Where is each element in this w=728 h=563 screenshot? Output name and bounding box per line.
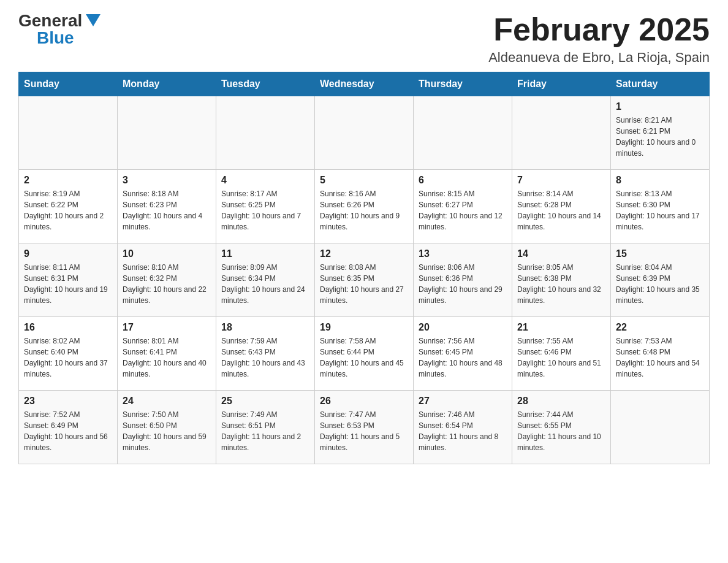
day-number: 6 (419, 175, 507, 186)
calendar-header: SundayMondayTuesdayWednesdayThursdayFrid… (19, 72, 710, 96)
day-number: 20 (419, 322, 507, 333)
weekday-header-monday: Monday (118, 72, 216, 96)
calendar-cell: 25Sunrise: 7:49 AM Sunset: 6:51 PM Dayli… (216, 391, 315, 464)
day-info: Sunrise: 7:49 AM Sunset: 6:51 PM Dayligh… (221, 409, 309, 453)
month-title: February 2025 (488, 12, 710, 47)
day-info: Sunrise: 8:19 AM Sunset: 6:22 PM Dayligh… (24, 188, 112, 232)
day-number: 16 (24, 322, 112, 333)
day-info: Sunrise: 7:53 AM Sunset: 6:48 PM Dayligh… (616, 335, 704, 380)
day-number: 23 (24, 396, 112, 407)
calendar-week-5: 23Sunrise: 7:52 AM Sunset: 6:49 PM Dayli… (19, 391, 710, 464)
weekday-header-saturday: Saturday (611, 72, 710, 96)
calendar-cell (19, 96, 118, 170)
day-info: Sunrise: 7:55 AM Sunset: 6:46 PM Dayligh… (517, 335, 605, 380)
day-number: 17 (123, 322, 211, 333)
day-info: Sunrise: 8:01 AM Sunset: 6:41 PM Dayligh… (123, 335, 211, 380)
day-info: Sunrise: 8:04 AM Sunset: 6:39 PM Dayligh… (616, 262, 704, 306)
day-info: Sunrise: 8:06 AM Sunset: 6:36 PM Dayligh… (419, 262, 507, 306)
calendar-cell (216, 96, 315, 170)
calendar-cell: 5Sunrise: 8:16 AM Sunset: 6:26 PM Daylig… (315, 170, 414, 243)
calendar-cell: 1Sunrise: 8:21 AM Sunset: 6:21 PM Daylig… (611, 96, 710, 170)
day-number: 2 (24, 175, 112, 186)
calendar-cell: 26Sunrise: 7:47 AM Sunset: 6:53 PM Dayli… (315, 391, 414, 464)
day-number: 22 (616, 322, 704, 333)
calendar-cell: 15Sunrise: 8:04 AM Sunset: 6:39 PM Dayli… (611, 243, 710, 317)
day-number: 19 (320, 322, 408, 333)
calendar-cell: 7Sunrise: 8:14 AM Sunset: 6:28 PM Daylig… (512, 170, 611, 243)
day-info: Sunrise: 7:46 AM Sunset: 6:54 PM Dayligh… (419, 409, 507, 453)
day-number: 1 (616, 101, 704, 112)
day-number: 28 (517, 396, 605, 407)
calendar-cell: 20Sunrise: 7:56 AM Sunset: 6:45 PM Dayli… (414, 317, 512, 391)
day-info: Sunrise: 8:11 AM Sunset: 6:31 PM Dayligh… (24, 262, 112, 306)
calendar-week-3: 9Sunrise: 8:11 AM Sunset: 6:31 PM Daylig… (19, 243, 710, 317)
calendar-cell (315, 96, 414, 170)
calendar-cell: 6Sunrise: 8:15 AM Sunset: 6:27 PM Daylig… (414, 170, 512, 243)
day-number: 5 (320, 175, 408, 186)
calendar-cell: 12Sunrise: 8:08 AM Sunset: 6:35 PM Dayli… (315, 243, 414, 317)
logo-triangle-icon (86, 14, 100, 26)
calendar-cell: 3Sunrise: 8:18 AM Sunset: 6:23 PM Daylig… (118, 170, 216, 243)
day-number: 9 (24, 248, 112, 259)
day-info: Sunrise: 8:15 AM Sunset: 6:27 PM Dayligh… (419, 188, 507, 232)
weekday-header-row: SundayMondayTuesdayWednesdayThursdayFrid… (19, 72, 710, 96)
day-info: Sunrise: 7:59 AM Sunset: 6:43 PM Dayligh… (221, 335, 309, 380)
calendar-table: SundayMondayTuesdayWednesdayThursdayFrid… (18, 72, 710, 464)
day-info: Sunrise: 7:44 AM Sunset: 6:55 PM Dayligh… (517, 409, 605, 453)
day-number: 3 (123, 175, 211, 186)
day-number: 10 (123, 248, 211, 259)
day-number: 25 (221, 396, 309, 407)
calendar-cell: 18Sunrise: 7:59 AM Sunset: 6:43 PM Dayli… (216, 317, 315, 391)
calendar-cell (414, 96, 512, 170)
day-number: 15 (616, 248, 704, 259)
weekday-header-sunday: Sunday (19, 72, 118, 96)
day-info: Sunrise: 8:13 AM Sunset: 6:30 PM Dayligh… (616, 188, 704, 232)
day-info: Sunrise: 7:50 AM Sunset: 6:50 PM Dayligh… (123, 409, 211, 453)
calendar-cell (118, 96, 216, 170)
calendar-cell: 11Sunrise: 8:09 AM Sunset: 6:34 PM Dayli… (216, 243, 315, 317)
day-info: Sunrise: 8:16 AM Sunset: 6:26 PM Dayligh… (320, 188, 408, 232)
logo-blue-text: Blue (37, 29, 74, 47)
day-number: 13 (419, 248, 507, 259)
day-number: 7 (517, 175, 605, 186)
calendar-cell: 27Sunrise: 7:46 AM Sunset: 6:54 PM Dayli… (414, 391, 512, 464)
calendar-cell: 23Sunrise: 7:52 AM Sunset: 6:49 PM Dayli… (19, 391, 118, 464)
calendar-body: 1Sunrise: 8:21 AM Sunset: 6:21 PM Daylig… (19, 96, 710, 464)
day-info: Sunrise: 7:52 AM Sunset: 6:49 PM Dayligh… (24, 409, 112, 453)
logo: General Blue (18, 12, 100, 47)
weekday-header-wednesday: Wednesday (315, 72, 414, 96)
calendar-cell: 9Sunrise: 8:11 AM Sunset: 6:31 PM Daylig… (19, 243, 118, 317)
day-info: Sunrise: 7:56 AM Sunset: 6:45 PM Dayligh… (419, 335, 507, 380)
day-number: 12 (320, 248, 408, 259)
page-header: General Blue February 2025 Aldeanueva de… (18, 12, 710, 66)
day-number: 11 (221, 248, 309, 259)
logo-general-text: General (18, 12, 82, 29)
day-info: Sunrise: 7:58 AM Sunset: 6:44 PM Dayligh… (320, 335, 408, 380)
day-info: Sunrise: 8:17 AM Sunset: 6:25 PM Dayligh… (221, 188, 309, 232)
weekday-header-thursday: Thursday (414, 72, 512, 96)
day-info: Sunrise: 8:09 AM Sunset: 6:34 PM Dayligh… (221, 262, 309, 306)
calendar-cell: 16Sunrise: 8:02 AM Sunset: 6:40 PM Dayli… (19, 317, 118, 391)
day-number: 26 (320, 396, 408, 407)
calendar-cell: 22Sunrise: 7:53 AM Sunset: 6:48 PM Dayli… (611, 317, 710, 391)
calendar-week-2: 2Sunrise: 8:19 AM Sunset: 6:22 PM Daylig… (19, 170, 710, 243)
title-section: February 2025 Aldeanueva de Ebro, La Rio… (488, 12, 710, 66)
day-info: Sunrise: 8:10 AM Sunset: 6:32 PM Dayligh… (123, 262, 211, 306)
day-number: 14 (517, 248, 605, 259)
weekday-header-friday: Friday (512, 72, 611, 96)
calendar-cell: 4Sunrise: 8:17 AM Sunset: 6:25 PM Daylig… (216, 170, 315, 243)
calendar-cell: 2Sunrise: 8:19 AM Sunset: 6:22 PM Daylig… (19, 170, 118, 243)
calendar-cell: 13Sunrise: 8:06 AM Sunset: 6:36 PM Dayli… (414, 243, 512, 317)
weekday-header-tuesday: Tuesday (216, 72, 315, 96)
location-text: Aldeanueva de Ebro, La Rioja, Spain (488, 50, 710, 66)
calendar-cell: 14Sunrise: 8:05 AM Sunset: 6:38 PM Dayli… (512, 243, 611, 317)
calendar-cell: 8Sunrise: 8:13 AM Sunset: 6:30 PM Daylig… (611, 170, 710, 243)
day-info: Sunrise: 8:08 AM Sunset: 6:35 PM Dayligh… (320, 262, 408, 306)
day-number: 4 (221, 175, 309, 186)
calendar-cell: 28Sunrise: 7:44 AM Sunset: 6:55 PM Dayli… (512, 391, 611, 464)
calendar-cell: 10Sunrise: 8:10 AM Sunset: 6:32 PM Dayli… (118, 243, 216, 317)
day-number: 27 (419, 396, 507, 407)
calendar-week-1: 1Sunrise: 8:21 AM Sunset: 6:21 PM Daylig… (19, 96, 710, 170)
calendar-cell (512, 96, 611, 170)
calendar-cell (611, 391, 710, 464)
